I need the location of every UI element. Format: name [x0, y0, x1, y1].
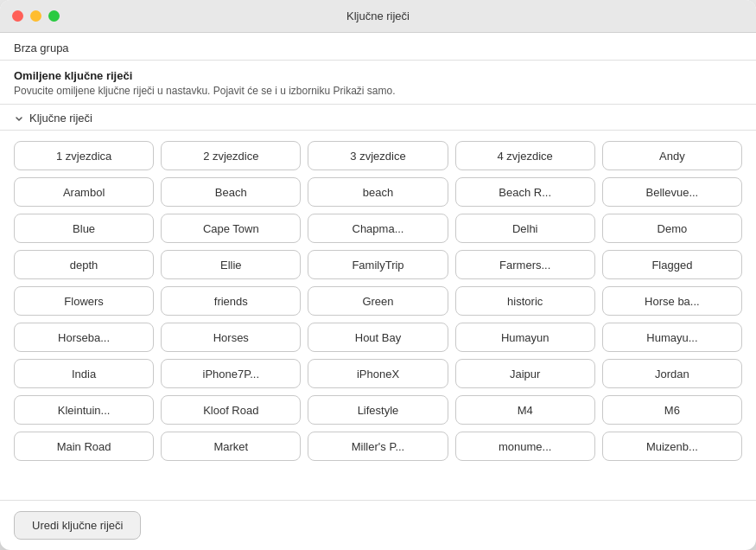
keyword-button[interactable]: iPhoneX: [308, 359, 448, 388]
keyword-button[interactable]: Chapma...: [308, 214, 448, 243]
keyword-button[interactable]: Bellevue...: [602, 177, 742, 207]
keyword-button[interactable]: India: [14, 359, 154, 388]
keyword-button[interactable]: Arambol: [14, 177, 154, 207]
chevron-down-icon[interactable]: [14, 113, 24, 124]
keywords-header-label: Ključne riječi: [29, 112, 92, 125]
keyword-button[interactable]: Delhi: [455, 214, 595, 243]
keyword-button[interactable]: Flagged: [602, 250, 742, 279]
keyword-button[interactable]: Ellie: [161, 250, 301, 279]
close-button[interactable]: [12, 10, 23, 22]
keyword-button[interactable]: Main Road: [14, 432, 154, 461]
keyword-button[interactable]: 1 zvjezdica: [14, 141, 154, 170]
keyword-button[interactable]: Horseba...: [14, 323, 154, 352]
keyword-button[interactable]: M4: [455, 395, 595, 425]
titlebar: Ključne riječi: [0, 0, 756, 33]
favorites-section: Omiljene ključne riječi Povucite omiljen…: [0, 61, 756, 105]
keyword-button[interactable]: Jaipur: [455, 359, 595, 388]
keyword-button[interactable]: Horse ba...: [602, 286, 742, 316]
keyword-button[interactable]: Blue: [14, 214, 154, 243]
keyword-button[interactable]: Horses: [161, 323, 301, 352]
keywords-grid: 1 zvjezdica2 zvjezdice3 zvjezdice4 zvjez…: [14, 141, 742, 461]
keyword-button[interactable]: 4 zvjezdice: [455, 141, 595, 170]
keywords-grid-container: 1 zvjezdica2 zvjezdice3 zvjezdice4 zvjez…: [0, 131, 756, 500]
keyword-button[interactable]: M6: [602, 395, 742, 425]
keyword-button[interactable]: depth: [14, 250, 154, 279]
footer: Uredi ključne riječi: [0, 500, 756, 550]
edit-keywords-button[interactable]: Uredi ključne riječi: [14, 511, 141, 540]
main-window: Ključne riječi Brza grupa Omiljene ključ…: [0, 0, 756, 550]
keyword-button[interactable]: Kloof Road: [161, 395, 301, 425]
keyword-button[interactable]: iPhone7P...: [161, 359, 301, 388]
keyword-button[interactable]: Farmers...: [455, 250, 595, 279]
keyword-button[interactable]: Demo: [602, 214, 742, 243]
keyword-button[interactable]: Hout Bay: [308, 323, 448, 352]
keyword-button[interactable]: friends: [161, 286, 301, 316]
keyword-button[interactable]: Beach R...: [455, 177, 595, 207]
keyword-button[interactable]: beach: [308, 177, 448, 207]
keyword-button[interactable]: Humayu...: [602, 323, 742, 352]
keyword-button[interactable]: Market: [161, 432, 301, 461]
keyword-button[interactable]: Flowers: [14, 286, 154, 316]
keyword-button[interactable]: Humayun: [455, 323, 595, 352]
favorites-title: Omiljene ključne riječi: [14, 69, 742, 82]
keyword-button[interactable]: Cape Town: [161, 214, 301, 243]
content-area: Brza grupa Omiljene ključne riječi Povuc…: [0, 33, 756, 550]
keywords-header[interactable]: Ključne riječi: [0, 105, 756, 131]
favorites-subtitle: Povucite omiljene ključne riječi u nasta…: [14, 85, 742, 97]
keyword-button[interactable]: Miller's P...: [308, 432, 448, 461]
keyword-button[interactable]: Beach: [161, 177, 301, 207]
keyword-button[interactable]: Green: [308, 286, 448, 316]
keyword-button[interactable]: Lifestyle: [308, 395, 448, 425]
keyword-button[interactable]: 2 zvjezdice: [161, 141, 301, 170]
maximize-button[interactable]: [48, 10, 60, 22]
keyword-button[interactable]: Jordan: [602, 359, 742, 388]
keyword-button[interactable]: Andy: [602, 141, 742, 170]
keyword-button[interactable]: Muizenb...: [602, 432, 742, 461]
keyword-button[interactable]: 3 zvjezdice: [308, 141, 448, 170]
brza-grupa-label: Brza grupa: [0, 33, 756, 61]
window-title: Ključne riječi: [346, 10, 410, 22]
keyword-button[interactable]: monume...: [455, 432, 595, 461]
minimize-button[interactable]: [30, 10, 41, 22]
keyword-button[interactable]: historic: [455, 286, 595, 316]
keyword-button[interactable]: Kleintuin...: [14, 395, 154, 425]
keyword-button[interactable]: FamilyTrip: [308, 250, 448, 279]
window-controls: [12, 10, 60, 22]
